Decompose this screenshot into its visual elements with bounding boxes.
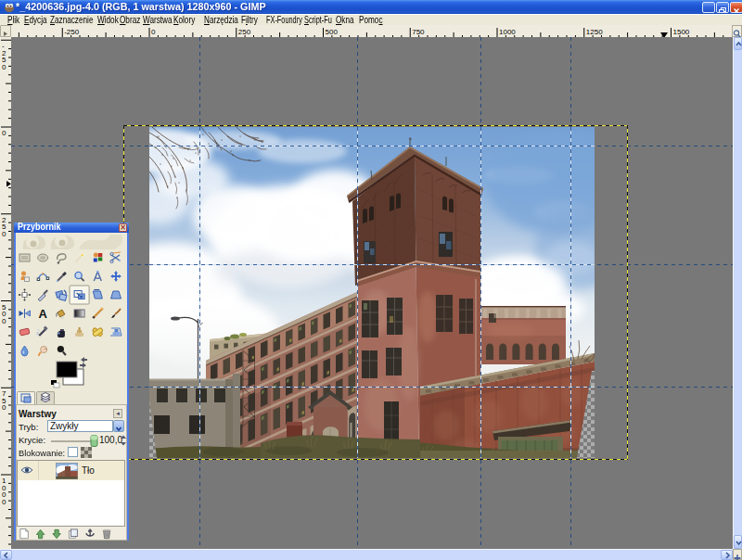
- svg-text:A: A: [39, 307, 48, 321]
- svg-text:1000: 1000: [499, 28, 516, 36]
- svg-text:0: 0: [151, 28, 156, 36]
- svg-text:0: 0: [2, 63, 6, 71]
- svg-text:0: 0: [2, 498, 6, 506]
- svg-text:-250: -250: [64, 28, 80, 36]
- svg-text:250: 250: [238, 28, 251, 36]
- svg-text:500: 500: [326, 28, 339, 36]
- svg-text:0: 0: [2, 403, 6, 412]
- svg-text:0: 0: [2, 230, 6, 238]
- svg-text:750: 750: [412, 28, 425, 36]
- svg-text:0: 0: [2, 129, 6, 137]
- svg-text:1250: 1250: [586, 28, 603, 36]
- svg-text:0: 0: [2, 317, 6, 325]
- svg-text:1500: 1500: [673, 28, 690, 36]
